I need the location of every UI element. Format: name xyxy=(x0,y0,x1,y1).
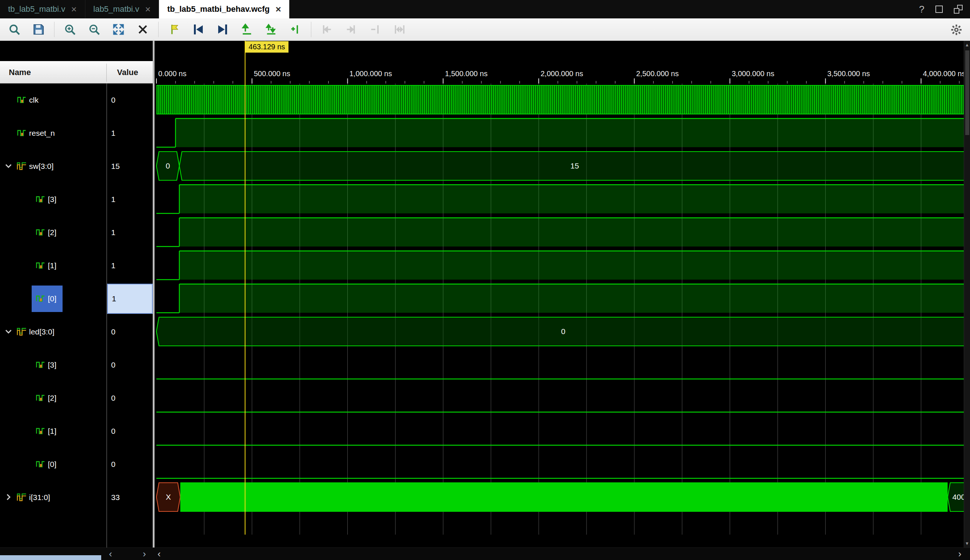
float-window-icon[interactable] xyxy=(935,5,943,13)
signal-name-label: [3] xyxy=(48,195,56,204)
signal-value-12: 33 xyxy=(107,481,153,514)
signal-row-8-3[interactable]: [3] xyxy=(0,348,107,382)
vertical-scrollbar-thumb[interactable] xyxy=(965,50,969,135)
collapse-chevron-icon[interactable] xyxy=(4,327,13,336)
svg-text:1,000.000 ns: 1,000.000 ns xyxy=(350,70,392,78)
wave-row-7-led30[interactable]: 0 xyxy=(155,315,970,348)
wave-row-1-resetn[interactable] xyxy=(155,117,970,150)
remove-marker-button xyxy=(365,20,386,38)
cursor-time-label: 463.129 ns xyxy=(245,41,288,53)
signal-name-label: [2] xyxy=(48,394,56,403)
scroll-up-icon[interactable]: ▲ xyxy=(964,42,970,47)
signal-value-11: 0 xyxy=(107,448,153,481)
wave-row-11-0[interactable] xyxy=(155,448,970,481)
scroll-down-icon[interactable]: ▼ xyxy=(964,541,970,546)
signal-list: clk0reset_n1sw[3:0]15[3]1[2]1[1]1[0]1led… xyxy=(0,0,153,560)
horizontal-scroll-area: ‹ › ‹ › xyxy=(0,547,970,560)
timeline-ruler[interactable]: 0.000 ns500.000 ns1,000.000 ns1,500.000 … xyxy=(155,55,970,83)
signal-name-label: led[3:0] xyxy=(29,327,55,336)
svg-text:1,500.000 ns: 1,500.000 ns xyxy=(445,70,488,78)
wave-scroll-right-icon[interactable]: › xyxy=(958,548,962,559)
signal-name-label: [1] xyxy=(48,261,56,270)
signal-icon xyxy=(35,193,46,205)
name-value-divider[interactable] xyxy=(107,83,107,547)
wave-scroll-left-icon[interactable]: ‹ xyxy=(157,548,161,559)
signal-row-6-0[interactable]: [0] xyxy=(0,282,107,315)
previous-transition-button[interactable] xyxy=(188,20,208,38)
wave-row-8-3[interactable] xyxy=(155,348,970,382)
next-marker-button xyxy=(341,20,362,38)
signal-icon xyxy=(17,127,27,139)
signal-name-label: [1] xyxy=(48,427,56,436)
expand-chevron-icon[interactable] xyxy=(4,492,13,502)
signal-row-9-2[interactable]: [2] xyxy=(0,382,107,415)
panel-splitter[interactable] xyxy=(153,41,155,560)
toolbar-separator xyxy=(158,22,158,37)
signal-name-label: [0] xyxy=(48,294,56,303)
collapse-chevron-icon[interactable] xyxy=(4,161,13,171)
signal-name-label: [0] xyxy=(48,460,56,469)
svg-text:15: 15 xyxy=(570,162,579,170)
signal-value-3: 1 xyxy=(107,183,153,216)
add-marker-button[interactable] xyxy=(285,20,306,38)
signal-row-5-1[interactable]: [1] xyxy=(0,249,107,282)
wave-row-6-0[interactable] xyxy=(155,282,970,315)
settings-gear-icon[interactable] xyxy=(948,21,965,38)
wave-row-4-2[interactable] xyxy=(155,216,970,249)
signal-row-3-3[interactable]: [3] xyxy=(0,183,107,216)
help-icon[interactable]: ? xyxy=(919,4,924,15)
panel-scroll-left-icon[interactable]: ‹ xyxy=(109,548,112,559)
signal-value-1: 1 xyxy=(107,117,153,150)
signal-name-label: i[31:0] xyxy=(29,493,50,502)
panel-scroll-right-icon[interactable]: › xyxy=(143,548,146,559)
svg-text:500.000 ns: 500.000 ns xyxy=(254,70,290,78)
tab-close-icon[interactable]: × xyxy=(276,4,281,14)
svg-text:3,500.000 ns: 3,500.000 ns xyxy=(827,70,870,78)
snap-to-transition-button[interactable] xyxy=(261,20,282,38)
signal-row-11-0[interactable]: [0] xyxy=(0,448,107,481)
signal-value-6: 1 xyxy=(107,284,153,314)
signal-value-4: 1 xyxy=(107,216,153,249)
signal-row-7-led30[interactable]: led[3:0] xyxy=(0,315,107,348)
signal-value-7: 0 xyxy=(107,315,153,348)
svg-text:0: 0 xyxy=(166,162,170,170)
signal-icon xyxy=(35,392,46,404)
signal-value-8: 0 xyxy=(107,348,153,382)
signal-name-label: [2] xyxy=(48,228,56,237)
svg-text:0.000 ns: 0.000 ns xyxy=(158,70,187,78)
next-transition-button[interactable] xyxy=(212,20,233,38)
signal-value-0: 0 xyxy=(107,83,153,117)
tab-tb-lab5-matbi-behav-wcfg[interactable]: tb_lab5_matbi_behav.wcfg× xyxy=(159,0,290,18)
bus-icon xyxy=(17,326,27,338)
wave-row-9-2[interactable] xyxy=(155,382,970,415)
signal-value-10: 0 xyxy=(107,415,153,448)
signal-row-1-resetn[interactable]: reset_n xyxy=(0,117,107,150)
signal-row-4-2[interactable]: [2] xyxy=(0,216,107,249)
panel-horizontal-scrollbar-thumb[interactable] xyxy=(0,555,101,560)
wave-row-10-1[interactable] xyxy=(155,415,970,448)
wave-row-2-sw30[interactable]: 015 xyxy=(155,150,970,183)
wave-row-0-clk[interactable] xyxy=(155,83,970,117)
wave-row-12-i310[interactable]: X400 xyxy=(155,481,970,514)
vertical-scrollbar[interactable]: ▲ ▼ xyxy=(964,41,970,547)
signal-value-5: 1 xyxy=(107,249,153,282)
signal-row-10-1[interactable]: [1] xyxy=(0,415,107,448)
window-controls: ? xyxy=(919,0,970,18)
wave-row-3-3[interactable] xyxy=(155,183,970,216)
signal-name-label: clk xyxy=(29,96,38,105)
add-marker-flag-button[interactable] xyxy=(164,20,184,38)
wave-row-5-1[interactable] xyxy=(155,249,970,282)
svg-text:X: X xyxy=(166,493,171,501)
signal-icon xyxy=(17,94,27,106)
vivado-waveform-window: tb_lab5_matbi.v×lab5_matbi.v×tb_lab5_mat… xyxy=(0,0,970,560)
swap-cursor-button[interactable] xyxy=(237,20,257,38)
maximize-window-icon[interactable] xyxy=(954,5,963,13)
signal-row-2-sw30[interactable]: sw[3:0] xyxy=(0,150,107,183)
signal-row-12-i310[interactable]: i[31:0] xyxy=(0,481,107,514)
signal-value-9: 0 xyxy=(107,382,153,415)
svg-text:400: 400 xyxy=(952,493,965,501)
marker-span-button xyxy=(389,20,410,38)
signal-row-0-clk[interactable]: clk xyxy=(0,83,107,117)
toolbar-separator xyxy=(311,22,311,37)
time-cursor-line[interactable] xyxy=(245,41,245,535)
